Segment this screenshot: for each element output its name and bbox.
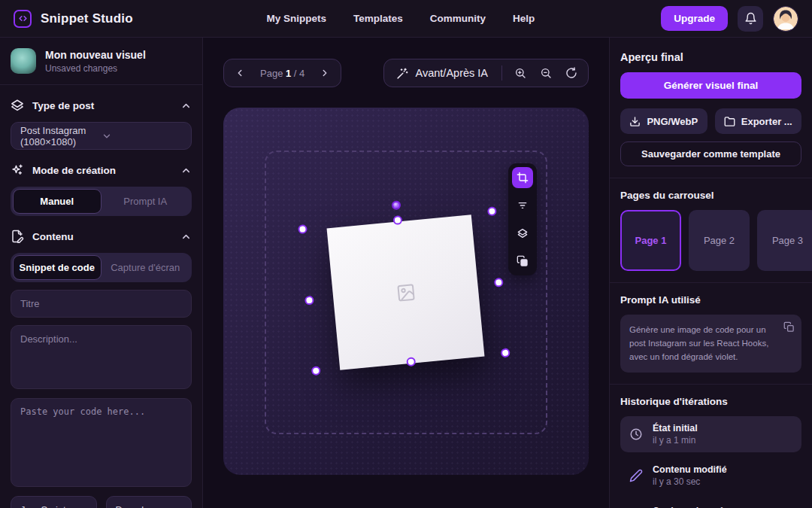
page-total: / 4 — [294, 68, 304, 79]
user-avatar[interactable] — [773, 6, 798, 32]
layers-icon — [11, 99, 24, 112]
theme-select[interactable]: Dracula — [106, 496, 192, 508]
export-button[interactable]: Exporter ... — [715, 108, 802, 134]
chevron-up-icon[interactable] — [180, 165, 192, 176]
history-title: Historique d'itérations — [620, 396, 801, 407]
duplicate-tool-button[interactable] — [512, 251, 533, 272]
crop-tool-button[interactable] — [512, 167, 533, 188]
chevron-up-icon[interactable] — [180, 231, 192, 242]
reset-rotation-button[interactable] — [561, 62, 582, 84]
copy-prompt-button[interactable] — [783, 321, 795, 333]
filter-tool-button[interactable] — [512, 195, 533, 216]
next-page-button[interactable] — [315, 63, 335, 83]
view-controls: Avant/Après IA — [383, 59, 589, 87]
download-icon — [629, 116, 641, 127]
post-type-label: Type de post — [32, 100, 172, 111]
top-bar: Snippet Studio My Snippets Templates Com… — [0, 0, 812, 38]
content-label: Contenu — [32, 231, 172, 242]
theme-value: Dracula — [116, 504, 150, 508]
nav-my-snippets[interactable]: My Snippets — [266, 13, 326, 24]
toggle-capture-ecran[interactable]: Capture d'écran — [102, 255, 190, 280]
carousel-title: Pages du carrousel — [620, 190, 801, 201]
project-thumbnail — [11, 48, 36, 74]
post-type-select[interactable]: Post Instagram (1080×1080) — [11, 122, 192, 150]
language-value: JavaScript — [20, 504, 66, 508]
description-textarea[interactable] — [11, 325, 192, 389]
carousel-page-1[interactable]: Page 1 — [620, 210, 681, 271]
upgrade-button[interactable]: Upgrade — [661, 6, 728, 31]
page-indicator: Page 1 / 4 — [254, 68, 311, 79]
section-creation-mode: Mode de création — [11, 163, 192, 177]
history-list: État initial il y a 1 min Contenu modifi… — [620, 416, 801, 508]
chevron-down-icon — [149, 505, 182, 508]
sparkles-icon — [11, 163, 24, 177]
section-content: Contenu — [11, 230, 192, 243]
title-input[interactable] — [11, 290, 192, 318]
prev-page-button[interactable] — [230, 63, 250, 83]
left-sidebar: Mon nouveau visuel Unsaved changes Type … — [0, 38, 203, 508]
ai-prompt-box: Génère une image de code pour un post In… — [620, 315, 801, 373]
zoom-in-button[interactable] — [510, 62, 531, 84]
design-canvas[interactable] — [223, 108, 589, 475]
section-divider — [610, 282, 812, 283]
file-pen-icon — [11, 230, 24, 243]
prompt-text: Génère une image de code pour un post In… — [629, 325, 768, 361]
nav-templates[interactable]: Templates — [353, 13, 403, 24]
top-right-actions: Upgrade — [661, 6, 798, 32]
project-status: Unsaved changes — [45, 63, 146, 74]
compare-ai-button[interactable]: Avant/Après IA — [390, 67, 494, 80]
image-layer-card[interactable] — [327, 214, 485, 370]
generate-final-button[interactable]: Générer visuel final — [620, 72, 801, 99]
history-item-content[interactable]: Contenu modifié il y a 30 sec — [620, 458, 801, 494]
chevron-up-icon[interactable] — [180, 100, 192, 111]
brand: Snippet Studio — [14, 10, 133, 28]
left-panel-content: Type de post Post Instagram (1080×1080) … — [0, 99, 202, 508]
code-textarea[interactable] — [11, 398, 192, 487]
history-item-color[interactable]: Couleur changée il y a 15 sec — [620, 499, 801, 508]
code-options-row: JavaScript Dracula — [11, 496, 192, 508]
download-png-button[interactable]: PNG/WebP — [620, 108, 707, 134]
toggle-manuel[interactable]: Manuel — [13, 189, 102, 214]
image-placeholder-icon — [395, 281, 416, 303]
bell-icon — [744, 12, 757, 25]
resize-handle-top-left[interactable] — [298, 224, 308, 234]
project-name: Mon nouveau visuel — [45, 49, 146, 61]
post-type-value: Post Instagram (1080×1080) — [20, 125, 102, 148]
language-select[interactable]: JavaScript — [11, 496, 97, 508]
floating-edit-toolbar — [508, 163, 537, 275]
crop-icon — [517, 172, 529, 184]
save-as-template-button[interactable]: Sauvegarder comme template — [620, 141, 801, 166]
history-item-initial[interactable]: État initial il y a 1 min — [620, 416, 801, 452]
zoom-out-button[interactable] — [535, 62, 556, 84]
nav-help[interactable]: Help — [513, 13, 535, 24]
canvas-area: Page 1 / 4 Avant/Après IA — [203, 38, 609, 508]
nav-community[interactable]: Community — [430, 13, 486, 24]
canvas-toolbar: Page 1 / 4 Avant/Après IA — [223, 59, 589, 87]
export-buttons-row: PNG/WebP Exporter ... — [620, 108, 801, 134]
prompt-title: Prompt IA utilisé — [620, 294, 801, 306]
section-post-type: Type de post — [11, 99, 192, 112]
toggle-prompt-ia[interactable]: Prompt IA — [102, 189, 190, 214]
section-divider — [610, 384, 812, 385]
right-sidebar: Aperçu final Générer visuel final PNG/We… — [609, 38, 812, 508]
selection-group — [304, 213, 508, 373]
layers-icon — [517, 227, 529, 239]
layers-tool-button[interactable] — [512, 223, 533, 244]
preview-title: Aperçu final — [620, 51, 801, 63]
resize-handle-left[interactable] — [304, 295, 314, 305]
toggle-snippet-code[interactable]: Snippet de code — [13, 255, 102, 280]
notifications-button[interactable] — [738, 6, 763, 32]
carousel-pages: Page 1 Page 2 Page 3 — [620, 210, 801, 271]
section-divider — [610, 178, 812, 178]
pencil-icon — [629, 469, 643, 482]
creation-mode-label: Mode de création — [32, 165, 172, 176]
page-navigator: Page 1 / 4 — [223, 59, 341, 87]
content-type-toggle: Snippet de code Capture d'écran — [11, 253, 192, 282]
carousel-page-3[interactable]: Page 3 — [757, 210, 812, 271]
magic-wand-icon — [396, 67, 409, 80]
carousel-page-2[interactable]: Page 2 — [689, 210, 750, 271]
chevron-down-icon — [66, 505, 87, 508]
page-current: 1 — [286, 68, 291, 79]
chevron-down-icon — [102, 131, 183, 141]
top-nav: My Snippets Templates Community Help — [266, 13, 535, 24]
